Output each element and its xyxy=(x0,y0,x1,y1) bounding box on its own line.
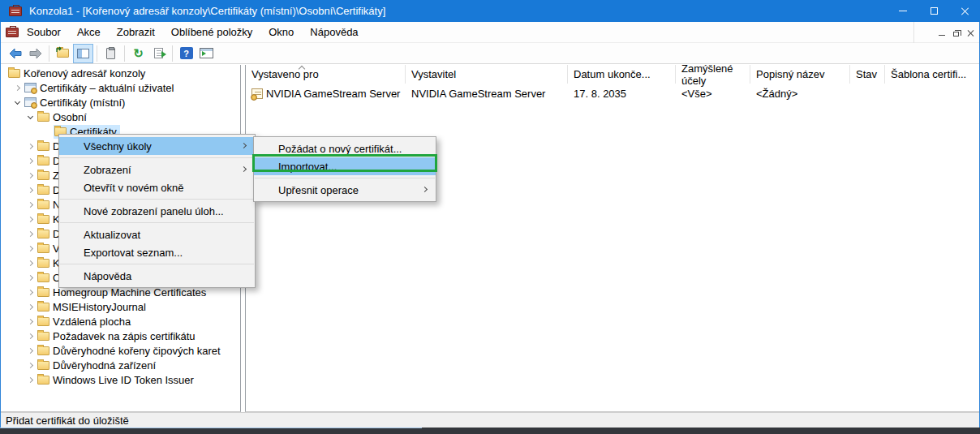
tree-item-remote-desktop[interactable]: Vzdálená plocha xyxy=(2,314,239,329)
tree-item-label: Certifikáty – aktuální uživatel xyxy=(40,82,174,94)
window-title: Konzola1 - [Kořenový adresář konzoly\Cer… xyxy=(29,5,385,17)
chevron-right-icon[interactable] xyxy=(26,232,34,236)
submenu-arrow-icon xyxy=(241,143,247,148)
tree-item-certificates-local[interactable]: Certifikáty (místní) xyxy=(2,95,239,110)
refresh-button[interactable]: ↻ xyxy=(128,44,148,63)
child-restore-button[interactable] xyxy=(953,32,959,37)
menu-zobrazit[interactable]: Zobrazit xyxy=(109,22,163,42)
chevron-right-icon[interactable] xyxy=(26,320,34,324)
submenu-arrow-icon xyxy=(241,166,247,172)
tree-item-console-root[interactable]: Kořenový adresář konzoly xyxy=(2,66,239,80)
menu-soubor[interactable]: Soubor xyxy=(19,22,69,42)
chevron-down-icon[interactable] xyxy=(26,116,34,118)
submenu-item-advanced-operations[interactable]: Upřesnit operace xyxy=(254,181,436,199)
toolbar-separator xyxy=(97,45,97,62)
column-header-expiration-date[interactable]: Datum ukonče... xyxy=(568,65,676,84)
chevron-right-icon[interactable] xyxy=(26,305,34,309)
chevron-right-icon[interactable] xyxy=(26,188,34,192)
properties-icon xyxy=(106,48,115,59)
context-menu-item-view[interactable]: Zobrazení xyxy=(59,161,255,178)
toolbar-separator xyxy=(124,45,125,62)
folder-icon xyxy=(37,230,49,238)
new-window-button[interactable] xyxy=(196,44,217,63)
submenu-item-request-new-certificate[interactable]: Požádat o nový certifikát... xyxy=(254,140,436,157)
folder-icon xyxy=(37,157,49,165)
context-menu-item-new-taskpad-view[interactable]: Nové zobrazení panelu úloh... xyxy=(59,202,255,220)
chevron-right-icon[interactable] xyxy=(26,261,34,265)
tree-item-label: MSIEHistoryJournal xyxy=(53,301,146,313)
menu-akce[interactable]: Akce xyxy=(69,22,109,42)
cell-expiration-date: 17. 8. 2035 xyxy=(574,88,626,100)
tree-item-msiehistoryjournal[interactable]: MSIEHistoryJournal xyxy=(2,299,239,314)
chevron-right-icon[interactable] xyxy=(26,247,34,251)
show-console-tree-button[interactable] xyxy=(73,44,93,63)
certificates-store-icon xyxy=(24,97,37,107)
chevron-right-icon[interactable] xyxy=(26,363,34,367)
column-header-intended-purposes[interactable]: Zamýšlené účely xyxy=(676,65,750,84)
tree-item-trusted-devices[interactable]: Důvěryhodná zařízení xyxy=(2,358,239,372)
chevron-right-icon[interactable] xyxy=(26,144,34,148)
column-header-issued-to[interactable]: Vystaveno pro xyxy=(246,65,406,84)
chevron-right-icon[interactable] xyxy=(26,203,34,207)
menu-oblibene-polozky[interactable]: Oblíbené položky xyxy=(163,22,260,42)
help-button[interactable]: ? xyxy=(176,44,196,63)
chevron-right-icon[interactable] xyxy=(26,276,34,280)
back-icon xyxy=(9,48,22,59)
chevron-right-icon[interactable] xyxy=(26,334,34,338)
chevron-right-icon[interactable] xyxy=(26,174,34,178)
context-menu-item-export-list[interactable]: Exportovat seznam... xyxy=(59,243,255,261)
certificate-row[interactable]: NVIDIA GameStream Server NVIDIA GameStre… xyxy=(246,86,979,101)
certificates-store-icon xyxy=(24,83,37,92)
chevron-down-icon[interactable] xyxy=(13,101,21,104)
submenu-arrow-icon xyxy=(422,187,428,192)
refresh-icon: ↻ xyxy=(133,47,144,59)
tree-item-label: Osobní xyxy=(53,111,87,123)
back-button[interactable] xyxy=(5,44,25,63)
submenu-item-import[interactable]: Importovat... xyxy=(254,157,436,175)
folder-icon xyxy=(37,317,49,326)
tree-item-cert-enrollment-requests[interactable]: Požadavek na zápis certifikátu xyxy=(2,329,239,343)
mmc-window: Konzola1 - [Kořenový adresář konzoly\Cer… xyxy=(0,0,980,434)
tree-item-certificates-current-user[interactable]: Certifikáty – aktuální uživatel xyxy=(2,80,239,95)
column-header-issued-by[interactable]: Vystavitel xyxy=(406,65,568,84)
context-menu-item-help[interactable]: Nápověda xyxy=(59,267,255,285)
context-menu-item-refresh[interactable]: Aktualizovat xyxy=(59,226,255,243)
maximize-button[interactable] xyxy=(918,0,949,22)
tree-item-personal[interactable]: Osobní xyxy=(2,110,239,124)
list-header: Vystaveno pro Vystavitel Datum ukonče...… xyxy=(246,65,979,84)
window-controls xyxy=(888,0,980,22)
close-button[interactable] xyxy=(949,0,980,22)
menu-okno[interactable]: Okno xyxy=(260,22,302,42)
minimize-button[interactable] xyxy=(888,0,918,22)
toolbar-separator xyxy=(172,45,173,62)
tree-item-smart-card-roots[interactable]: Důvěryhodné kořeny čipových karet xyxy=(2,343,239,358)
menu-separator xyxy=(255,178,435,178)
chevron-right-icon[interactable] xyxy=(26,378,34,382)
context-menu-item-all-tasks[interactable]: Všechny úkoly xyxy=(59,137,255,155)
up-one-level-button[interactable] xyxy=(53,44,73,63)
column-header-certificate-template[interactable]: Šablona certifi... xyxy=(885,65,978,84)
up-arrow-icon xyxy=(55,45,62,53)
chevron-right-icon[interactable] xyxy=(26,349,34,353)
menu-separator xyxy=(60,264,254,264)
context-menu-item-open-new-window[interactable]: Otevřít v novém okně xyxy=(59,178,255,196)
chevron-right-icon[interactable] xyxy=(26,159,34,163)
forward-button[interactable] xyxy=(25,44,45,63)
folder-icon xyxy=(37,332,49,341)
properties-button[interactable] xyxy=(101,44,121,63)
folder-icon xyxy=(37,376,49,385)
chevron-right-icon[interactable] xyxy=(26,290,34,294)
column-header-friendly-name[interactable]: Popisný název xyxy=(750,65,850,84)
menu-napoveda[interactable]: Nápověda xyxy=(302,22,366,42)
column-header-status[interactable]: Stav xyxy=(850,65,885,84)
export-list-button[interactable] xyxy=(148,44,169,63)
tree-item-windows-live-id[interactable]: Windows Live ID Token Issuer xyxy=(2,372,239,387)
chevron-right-icon[interactable] xyxy=(26,217,34,221)
folder-icon xyxy=(37,113,49,122)
child-close-button[interactable] xyxy=(967,29,974,37)
folder-icon xyxy=(37,142,49,151)
child-minimize-button[interactable] xyxy=(939,35,945,36)
tree-item-label: Certifikáty (místní) xyxy=(40,97,125,109)
console-document-icon xyxy=(6,28,19,37)
chevron-right-icon[interactable] xyxy=(13,86,21,90)
